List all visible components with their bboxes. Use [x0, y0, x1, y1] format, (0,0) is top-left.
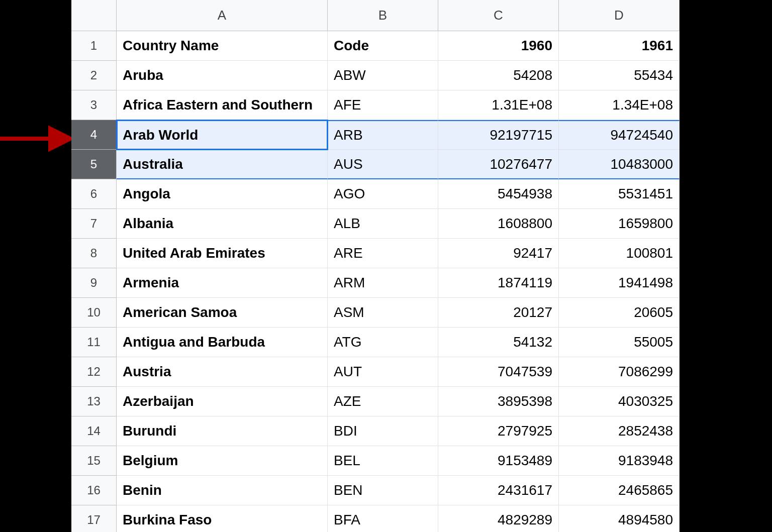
cell-B7[interactable]: ALB [328, 209, 438, 239]
cell-D7[interactable]: 1659800 [559, 209, 680, 239]
annotation-arrow [0, 124, 71, 154]
cell-D5[interactable]: 10483000 [559, 150, 680, 179]
cell-A16[interactable]: Benin [117, 476, 328, 505]
cell-A2[interactable]: Aruba [117, 61, 328, 90]
cell-C5[interactable]: 10276477 [438, 150, 559, 179]
cell-C3[interactable]: 1.31E+08 [438, 90, 559, 120]
cell-A10[interactable]: American Samoa [117, 298, 328, 328]
cell-A7[interactable]: Albania [117, 209, 328, 239]
row-header-8[interactable]: 8 [71, 239, 117, 268]
cell-A3[interactable]: Africa Eastern and Southern [117, 90, 328, 120]
cell-B17[interactable]: BFA [328, 505, 438, 532]
row-header-9[interactable]: 9 [71, 268, 117, 298]
cell-A1[interactable]: Country Name [117, 31, 328, 61]
cell-C13[interactable]: 3895398 [438, 387, 559, 416]
cell-D16[interactable]: 2465865 [559, 476, 680, 505]
cell-C11[interactable]: 54132 [438, 328, 559, 357]
cell-D17[interactable]: 4894580 [559, 505, 680, 532]
cell-B15[interactable]: BEL [328, 446, 438, 476]
grid-row-8: United Arab EmiratesARE92417100801 [117, 239, 772, 268]
cell-D4[interactable]: 94724540 [559, 120, 680, 150]
cell-A9[interactable]: Armenia [117, 268, 328, 298]
cell-D13[interactable]: 4030325 [559, 387, 680, 416]
cell-A17[interactable]: Burkina Faso [117, 505, 328, 532]
cell-B14[interactable]: BDI [328, 416, 438, 446]
cell-C16[interactable]: 2431617 [438, 476, 559, 505]
row-header-14[interactable]: 14 [71, 416, 117, 446]
cell-C2[interactable]: 54208 [438, 61, 559, 90]
cell-C14[interactable]: 2797925 [438, 416, 559, 446]
row-header-7[interactable]: 7 [71, 209, 117, 239]
column-header-C[interactable]: C [438, 0, 559, 31]
cell-C10[interactable]: 20127 [438, 298, 559, 328]
cell-C12[interactable]: 7047539 [438, 357, 559, 387]
cell-C15[interactable]: 9153489 [438, 446, 559, 476]
row-header-17[interactable]: 17 [71, 505, 117, 532]
cell-D9[interactable]: 1941498 [559, 268, 680, 298]
row-header-4[interactable]: 4 [71, 120, 117, 150]
cell-A12[interactable]: Austria [117, 357, 328, 387]
cell-A4[interactable]: Arab World [117, 120, 328, 150]
cell-B11[interactable]: ATG [328, 328, 438, 357]
cell-B8[interactable]: ARE [328, 239, 438, 268]
cell-B5[interactable]: AUS [328, 150, 438, 179]
row-header-10[interactable]: 10 [71, 298, 117, 328]
row-header-5[interactable]: 5 [71, 150, 117, 179]
cell-B1[interactable]: Code [328, 31, 438, 61]
grid-row-17: Burkina FasoBFA48292894894580 [117, 505, 772, 532]
row-header-6[interactable]: 6 [71, 179, 117, 209]
cell-D11[interactable]: 55005 [559, 328, 680, 357]
row-header-3[interactable]: 3 [71, 90, 117, 120]
cell-A15[interactable]: Belgium [117, 446, 328, 476]
cell-B16[interactable]: BEN [328, 476, 438, 505]
cell-C4[interactable]: 92197715 [438, 120, 559, 150]
cell-C1[interactable]: 1960 [438, 31, 559, 61]
cell-B13[interactable]: AZE [328, 387, 438, 416]
row-header-1[interactable]: 1 [71, 31, 117, 61]
grid-row-5: AustraliaAUS1027647710483000 [117, 150, 772, 179]
cell-A8[interactable]: United Arab Emirates [117, 239, 328, 268]
cell-C7[interactable]: 1608800 [438, 209, 559, 239]
column-header-A[interactable]: A [117, 0, 328, 31]
grid-row-2: ArubaABW5420855434 [117, 61, 772, 90]
row-header-12[interactable]: 12 [71, 357, 117, 387]
cell-C6[interactable]: 5454938 [438, 179, 559, 209]
grid-row-7: AlbaniaALB16088001659800 [117, 209, 772, 239]
cell-D2[interactable]: 55434 [559, 61, 680, 90]
cell-D15[interactable]: 9183948 [559, 446, 680, 476]
cell-B6[interactable]: AGO [328, 179, 438, 209]
grid-row-16: BeninBEN24316172465865 [117, 476, 772, 505]
cell-D8[interactable]: 100801 [559, 239, 680, 268]
grid-row-11: Antigua and BarbudaATG5413255005 [117, 328, 772, 357]
column-header-B[interactable]: B [328, 0, 438, 31]
cell-D6[interactable]: 5531451 [559, 179, 680, 209]
cell-B9[interactable]: ARM [328, 268, 438, 298]
row-header-11[interactable]: 11 [71, 328, 117, 357]
cell-A13[interactable]: Azerbaijan [117, 387, 328, 416]
row-header-2[interactable]: 2 [71, 61, 117, 90]
row-header-15[interactable]: 15 [71, 446, 117, 476]
cell-C17[interactable]: 4829289 [438, 505, 559, 532]
cell-D14[interactable]: 2852438 [559, 416, 680, 446]
cell-B4[interactable]: ARB [328, 120, 438, 150]
cell-A14[interactable]: Burundi [117, 416, 328, 446]
cell-B3[interactable]: AFE [328, 90, 438, 120]
column-header-D[interactable]: D [559, 0, 680, 31]
cell-D12[interactable]: 7086299 [559, 357, 680, 387]
row-header-16[interactable]: 16 [71, 476, 117, 505]
cell-C9[interactable]: 1874119 [438, 268, 559, 298]
cell-C8[interactable]: 92417 [438, 239, 559, 268]
cell-B2[interactable]: ABW [328, 61, 438, 90]
select-all-corner[interactable] [71, 0, 117, 31]
cell-A6[interactable]: Angola [117, 179, 328, 209]
cell-B12[interactable]: AUT [328, 357, 438, 387]
cell-D1[interactable]: 1961 [559, 31, 680, 61]
cell-A5[interactable]: Australia [117, 150, 328, 179]
cell-A11[interactable]: Antigua and Barbuda [117, 328, 328, 357]
grid-row-1: Country NameCode19601961 [117, 31, 772, 61]
row-header-13[interactable]: 13 [71, 387, 117, 416]
cell-D3[interactable]: 1.34E+08 [559, 90, 680, 120]
grid-row-10: American SamoaASM2012720605 [117, 298, 772, 328]
cell-B10[interactable]: ASM [328, 298, 438, 328]
cell-D10[interactable]: 20605 [559, 298, 680, 328]
